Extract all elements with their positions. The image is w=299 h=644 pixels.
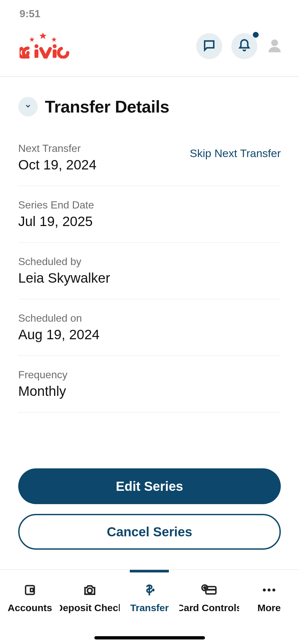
svg-point-17 xyxy=(267,588,270,591)
card-controls-icon xyxy=(201,583,217,597)
transfer-icon xyxy=(142,583,156,597)
profile-button[interactable] xyxy=(266,37,283,55)
home-indicator xyxy=(94,636,205,639)
camera-icon xyxy=(83,583,97,597)
chevron-down-icon xyxy=(24,102,32,111)
edit-series-button[interactable]: Edit Series xyxy=(18,468,281,504)
nav-label: Deposit Check xyxy=(60,602,120,613)
bottom-nav: Accounts Deposit Check Transfer Card Con… xyxy=(0,569,299,644)
section-title: Transfer Details xyxy=(45,97,169,116)
detail-row-scheduled-on: Scheduled on Aug 19, 2024 xyxy=(18,312,281,356)
collapse-toggle[interactable] xyxy=(18,97,38,116)
status-bar: 9:51 xyxy=(0,0,299,23)
detail-row-scheduled-by: Scheduled by Leia Skywalker xyxy=(18,256,281,299)
svg-rect-6 xyxy=(53,49,57,58)
accounts-icon xyxy=(23,583,36,597)
app-header xyxy=(0,23,299,76)
detail-value: Aug 19, 2024 xyxy=(18,327,281,342)
nav-label: More xyxy=(257,602,281,613)
transfer-details-section: Transfer Details Next Transfer Oct 19, 2… xyxy=(0,77,299,412)
detail-value: Jul 19, 2025 xyxy=(18,214,281,229)
svg-marker-0 xyxy=(39,33,47,39)
detail-label: Series End Date xyxy=(18,199,281,211)
nav-label: Card Controls xyxy=(179,602,239,613)
nav-accounts[interactable]: Accounts xyxy=(0,570,60,644)
bell-icon xyxy=(238,39,251,54)
messages-button[interactable] xyxy=(196,33,222,59)
detail-row-series-end: Series End Date Jul 19, 2025 xyxy=(18,199,281,243)
svg-rect-4 xyxy=(34,49,38,58)
detail-value: Monthly xyxy=(18,383,281,399)
notification-badge xyxy=(253,32,259,38)
detail-row-frequency: Frequency Monthly xyxy=(18,369,281,412)
svg-point-10 xyxy=(87,588,92,593)
brand-logo[interactable] xyxy=(20,33,196,60)
svg-point-5 xyxy=(53,44,57,48)
person-icon xyxy=(266,49,283,55)
nav-label: Accounts xyxy=(8,602,52,613)
detail-value: Leia Skywalker xyxy=(18,270,281,286)
svg-point-3 xyxy=(34,44,38,48)
actions-bar: Edit Series Cancel Series xyxy=(0,455,299,569)
detail-row-next-transfer: Next Transfer Oct 19, 2024 Skip Next Tra… xyxy=(18,142,281,186)
svg-marker-1 xyxy=(29,37,34,42)
nav-label: Transfer xyxy=(130,602,169,613)
nav-deposit-check[interactable]: Deposit Check xyxy=(60,570,120,644)
more-icon xyxy=(262,583,276,597)
cancel-series-button[interactable]: Cancel Series xyxy=(18,514,281,550)
notifications-button[interactable] xyxy=(231,33,257,59)
nav-transfer[interactable]: Transfer xyxy=(120,570,180,644)
svg-point-7 xyxy=(271,39,278,46)
svg-point-18 xyxy=(272,588,275,591)
nav-more[interactable]: More xyxy=(239,570,299,644)
status-time: 9:51 xyxy=(20,8,40,20)
svg-point-16 xyxy=(263,588,266,591)
svg-marker-2 xyxy=(51,37,57,42)
chat-icon xyxy=(202,39,216,54)
skip-next-transfer-link[interactable]: Skip Next Transfer xyxy=(190,147,281,160)
detail-label: Scheduled by xyxy=(18,256,281,268)
nav-card-controls[interactable]: Card Controls xyxy=(179,570,239,644)
svg-rect-9 xyxy=(31,588,33,592)
detail-label: Scheduled on xyxy=(18,312,281,324)
detail-label: Frequency xyxy=(18,369,281,381)
